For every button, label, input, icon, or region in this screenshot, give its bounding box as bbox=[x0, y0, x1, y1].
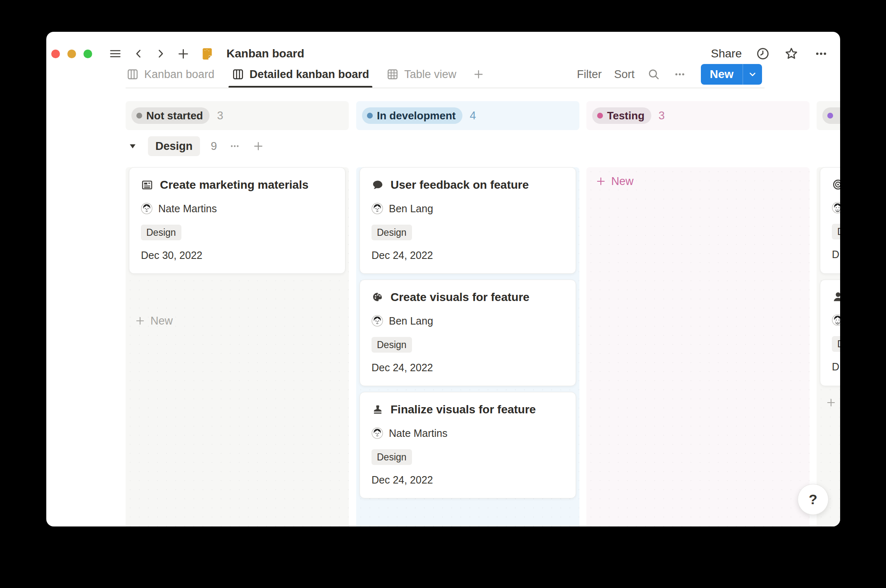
due-date: Dec 24, 2022 bbox=[372, 474, 564, 486]
assignee-avatar bbox=[832, 314, 840, 326]
status-dot bbox=[597, 113, 603, 119]
tag-badge: Design bbox=[372, 449, 412, 465]
new-button[interactable]: New bbox=[701, 64, 743, 85]
tag-badge: Design bbox=[372, 337, 412, 353]
filter-button[interactable]: Filter bbox=[577, 68, 602, 81]
tag-badge: Design bbox=[141, 225, 181, 240]
page-title[interactable]: Kanban board bbox=[226, 47, 304, 60]
assignee-avatar bbox=[141, 203, 152, 214]
group-add-icon[interactable] bbox=[252, 140, 264, 152]
kanban-card[interactable]: D D bbox=[820, 167, 840, 274]
assignee-name: Ben Lang bbox=[389, 315, 433, 327]
clock-history-icon[interactable] bbox=[756, 47, 770, 61]
assignee-avatar bbox=[372, 427, 383, 439]
board-toolbar: Filter Sort New bbox=[577, 61, 762, 88]
kanban-card[interactable]: Create marketing materials Nate Martins … bbox=[129, 167, 345, 274]
close-window-button[interactable] bbox=[51, 50, 60, 58]
share-button[interactable]: Share bbox=[711, 47, 742, 60]
assignee-avatar bbox=[832, 202, 840, 213]
assignee-name: Nate Martins bbox=[389, 427, 448, 439]
due-date: Dec 24, 2022 bbox=[372, 249, 564, 261]
collapse-triangle-icon[interactable] bbox=[128, 142, 137, 151]
column-header-testing: Testing 3 bbox=[586, 101, 810, 130]
desktop-background: { "window": { "title": "Kanban board", "… bbox=[0, 0, 886, 588]
newspaper-icon bbox=[141, 179, 153, 191]
plus-icon bbox=[135, 315, 145, 326]
card-title: Create marketing materials bbox=[160, 178, 309, 192]
column-count: 3 bbox=[659, 109, 665, 122]
status-dot bbox=[827, 113, 833, 119]
speech-bubble-icon bbox=[372, 179, 384, 191]
board-view-icon bbox=[232, 68, 244, 81]
more-options-icon[interactable] bbox=[813, 47, 829, 60]
group-name-pill[interactable]: Design bbox=[148, 136, 200, 156]
traffic-lights bbox=[51, 50, 92, 58]
new-button-group: New bbox=[701, 64, 762, 85]
tab-label: Table view bbox=[404, 68, 456, 81]
add-card-label: New bbox=[150, 315, 173, 327]
view-tabs: Kanban board Detailed kanban board Table… bbox=[126, 61, 484, 88]
tab-kanban-board[interactable]: Kanban board bbox=[126, 61, 215, 88]
assignee-name: Ben Lang bbox=[389, 203, 433, 215]
add-card-button[interactable]: New bbox=[595, 171, 634, 192]
plus-icon bbox=[595, 176, 606, 187]
column-title: In development bbox=[377, 109, 456, 122]
kanban-card[interactable]: D D bbox=[820, 280, 840, 386]
column-testing: New bbox=[586, 167, 810, 526]
card-title: Finalize visuals for feature bbox=[391, 403, 536, 416]
help-button[interactable]: ? bbox=[798, 484, 829, 515]
kanban-card[interactable]: Finalize visuals for feature Nate Martin… bbox=[360, 392, 576, 498]
stamp-icon bbox=[372, 403, 384, 416]
kanban-card[interactable]: User feedback on feature Ben Lang Design… bbox=[360, 167, 576, 274]
search-icon[interactable] bbox=[647, 68, 660, 81]
fullscreen-window-button[interactable] bbox=[83, 50, 92, 58]
column-header-partial bbox=[817, 101, 840, 130]
tab-label: Kanban board bbox=[144, 68, 214, 81]
add-view-icon[interactable] bbox=[473, 69, 484, 80]
column-header-not-started: Not started 3 bbox=[126, 101, 349, 130]
target-icon bbox=[832, 178, 840, 191]
add-card-button[interactable]: New bbox=[135, 310, 173, 332]
forward-icon[interactable] bbox=[155, 47, 166, 60]
tab-detailed-kanban-board[interactable]: Detailed kanban board bbox=[231, 61, 370, 88]
tag-badge: D bbox=[832, 224, 840, 239]
kanban-card[interactable]: Create visuals for feature Ben Lang Desi… bbox=[360, 280, 576, 386]
status-pill[interactable] bbox=[822, 107, 840, 124]
status-pill[interactable]: Not started bbox=[131, 107, 210, 124]
add-card-label: New bbox=[611, 175, 634, 188]
minimize-window-button[interactable] bbox=[67, 50, 76, 58]
add-card-button[interactable]: New bbox=[826, 392, 840, 413]
sidebar-toggle-icon[interactable] bbox=[108, 47, 122, 60]
back-icon[interactable] bbox=[133, 47, 144, 60]
group-count: 9 bbox=[211, 140, 217, 153]
app-window: Kanban board Share Kanban board Detailed… bbox=[46, 32, 840, 526]
group-options-icon[interactable] bbox=[228, 141, 242, 152]
view-options-icon[interactable] bbox=[673, 68, 687, 81]
new-button-dropdown[interactable] bbox=[743, 64, 762, 85]
column-partial: D D D D New bbox=[817, 167, 840, 526]
tag-badge: Design bbox=[372, 225, 412, 240]
assignee-avatar bbox=[372, 315, 383, 327]
status-dot bbox=[136, 113, 142, 119]
assignee-name: Nate Martins bbox=[158, 203, 217, 215]
due-date: D bbox=[832, 361, 840, 373]
status-pill[interactable]: In development bbox=[362, 107, 462, 124]
status-pill[interactable]: Testing bbox=[592, 107, 651, 124]
board-view-icon bbox=[126, 68, 139, 81]
new-page-icon[interactable] bbox=[177, 47, 190, 60]
tab-label: Detailed kanban board bbox=[250, 68, 369, 81]
palette-icon bbox=[372, 291, 384, 303]
page-emoji-icon bbox=[200, 47, 214, 61]
column-not-started: Create marketing materials Nate Martins … bbox=[126, 167, 349, 526]
tab-table-view[interactable]: Table view bbox=[386, 61, 457, 88]
sort-button[interactable]: Sort bbox=[614, 68, 635, 81]
column-title: Testing bbox=[607, 109, 645, 122]
group-header-design: Design 9 bbox=[128, 135, 264, 157]
star-favorite-icon[interactable] bbox=[784, 46, 799, 61]
table-view-icon bbox=[386, 68, 399, 81]
column-header-in-development: In development 4 bbox=[356, 101, 579, 130]
card-title: User feedback on feature bbox=[391, 178, 529, 192]
status-dot bbox=[367, 113, 373, 119]
card-title: Create visuals for feature bbox=[391, 291, 529, 304]
assignee-avatar bbox=[372, 203, 383, 214]
